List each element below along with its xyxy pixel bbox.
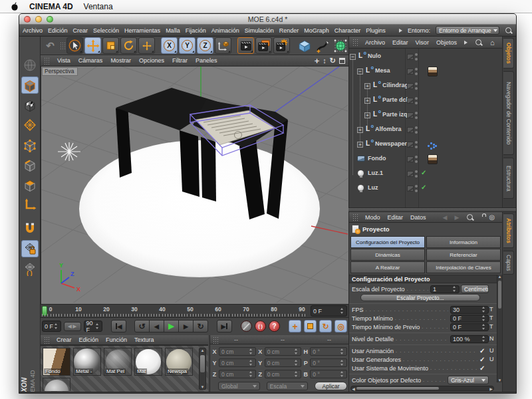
zoom-view-icon[interactable]: ↕ — [323, 57, 327, 65]
chevron-right-icon[interactable] — [464, 41, 467, 45]
lock-y-axis-button[interactable]: Y — [179, 37, 196, 54]
scrollbar-thumb[interactable] — [200, 355, 205, 372]
texture-tag[interactable] — [428, 154, 438, 164]
history-forward-icon[interactable]: ▶ — [454, 214, 459, 221]
dots-tag[interactable] — [428, 142, 437, 150]
menu-render[interactable]: Render — [279, 27, 299, 34]
timeline-ruler[interactable]: 0 10 20 30 40 50 60 70 80 90 0 F — [41, 304, 348, 318]
render-picture-viewer-button[interactable] — [255, 37, 272, 54]
usar-sistema-checkbox[interactable]: ✓ — [479, 364, 489, 372]
polygons-mode-button[interactable] — [21, 176, 39, 194]
attr-menu-modo[interactable]: Modo — [365, 214, 380, 221]
scroll-right-icon[interactable]: ▶ — [489, 386, 493, 391]
workplane-mode-button[interactable]: ( ) — [21, 260, 39, 277]
visibility-toggle[interactable] — [407, 83, 414, 89]
material-mat[interactable]: Mat — [134, 348, 162, 376]
scrollbar-thumb[interactable] — [356, 387, 439, 390]
scale-x-field[interactable]: 0 cm — [265, 347, 302, 356]
lock-z-axis-button[interactable]: Z — [197, 37, 213, 54]
expand-icon[interactable] — [357, 142, 363, 148]
toolbar-grip[interactable] — [60, 42, 65, 49]
om-menu-editar[interactable]: Editar — [392, 39, 408, 46]
panel-splitter[interactable] — [348, 207, 517, 212]
viewport-canvas[interactable]: Y X Z Perspectiva — [41, 66, 348, 304]
pos-z-field[interactable]: 0 cm — [219, 370, 256, 378]
expand-icon[interactable] — [357, 127, 363, 133]
coordinate-system-button[interactable] — [215, 37, 231, 54]
tab-interpolacion[interactable]: Interpolación de Claves — [426, 261, 501, 273]
coord-type-dropdown[interactable]: Escala — [267, 382, 309, 390]
range-start-field[interactable]: 0 F — [42, 321, 61, 332]
visibility-toggle[interactable] — [407, 98, 414, 104]
pos-x-field[interactable]: 0 cm — [219, 347, 256, 356]
texture-mode-button[interactable] — [21, 96, 39, 114]
record-disabled-button[interactable] — [241, 321, 252, 332]
menu-edicion[interactable]: Edición — [48, 27, 68, 34]
rot-b-field[interactable]: 0 ° — [310, 370, 347, 378]
maximize-view-icon[interactable] — [339, 58, 345, 64]
spinner-icon[interactable] — [54, 323, 59, 330]
menu-crear[interactable]: Crear — [73, 27, 88, 34]
rot-p-field[interactable]: 0 ° — [310, 358, 347, 367]
menu-fijacion[interactable]: Fijación — [186, 27, 206, 34]
escala-unit-dropdown[interactable]: Centímetros — [461, 285, 489, 293]
range-step-buttons[interactable]: ◀ ▶ — [64, 322, 81, 331]
rot-h-field[interactable]: 0 ° — [310, 347, 347, 356]
vp-menu-camaras[interactable]: Cámaras — [78, 57, 103, 64]
mat-menu-crear[interactable]: Crear — [57, 336, 72, 343]
camera-label[interactable]: Perspectiva — [42, 67, 78, 76]
scroll-up-icon[interactable]: ▲ — [497, 275, 502, 279]
material-newspa[interactable]: Newspa — [165, 348, 193, 376]
usar-animacion-checkbox[interactable]: ✓ — [479, 347, 489, 354]
attr-menu-datos[interactable]: Datos — [410, 214, 426, 221]
material-mat-pel[interactable]: Mat Pel — [104, 348, 132, 376]
render-view-button[interactable] — [237, 37, 254, 54]
coord-mode-dropdown[interactable]: Global — [218, 382, 260, 390]
scroll-down-icon[interactable]: ▼ — [497, 378, 502, 382]
visibility-toggle[interactable] — [407, 171, 414, 177]
vp-menu-paneles[interactable]: Paneles — [196, 57, 217, 64]
tiempo-minimo-field[interactable]: 0 F — [450, 315, 489, 323]
menu-seleccion[interactable]: Selección — [93, 27, 119, 34]
add-spline-button[interactable] — [314, 37, 331, 54]
scroll-left-icon[interactable]: ◀ — [351, 386, 356, 391]
tree-row-parte-izq[interactable]: Parte izq — [349, 108, 502, 123]
previous-frame-button[interactable]: ◀ — [149, 320, 164, 332]
attr-search-icon[interactable] — [466, 213, 474, 221]
window-titlebar[interactable]: MOE 6.c4d * — [19, 14, 516, 25]
attr-vscrollbar[interactable]: ▲ ▼ — [497, 275, 502, 382]
move-tool-button[interactable] — [84, 37, 101, 54]
key-rotation-toggle[interactable]: ↻ — [319, 320, 332, 332]
tree-row-luz1[interactable]: Luz.1 ✓ — [349, 167, 502, 182]
add-generator-button[interactable] — [332, 37, 348, 54]
scroll-up-icon[interactable]: ▲ — [200, 348, 205, 352]
visibility-toggle[interactable] — [407, 127, 414, 133]
material-partial[interactable] — [43, 378, 70, 391]
tab-navegador-contenido[interactable]: Navegador de Contenido — [503, 71, 514, 155]
goto-end-button[interactable]: ▶ — [217, 320, 232, 332]
current-frame-field[interactable]: 0 F — [311, 305, 347, 317]
rotate-view-icon[interactable]: ↻ — [330, 57, 336, 65]
visibility-toggle[interactable] — [407, 186, 414, 192]
points-mode-button[interactable] — [21, 136, 39, 154]
mat-menu-funcion[interactable]: Función — [106, 336, 127, 343]
menu-character[interactable]: Character — [334, 27, 361, 34]
play-forward-button[interactable]: ↻ — [193, 320, 208, 332]
enable-axis-button[interactable] — [21, 196, 39, 213]
viewport-grip[interactable] — [44, 57, 49, 65]
escala-field[interactable]: 1 — [430, 285, 460, 293]
menu-herramientas[interactable]: Herramientas — [124, 27, 160, 34]
menu-malla[interactable]: Malla — [166, 27, 180, 34]
uv-mesh-mode-button[interactable] — [21, 116, 39, 134]
history-back-icon[interactable]: ◀ — [443, 214, 448, 221]
tree-row-fondo[interactable]: Fondo — [349, 152, 502, 167]
range-end-field[interactable]: 90 F — [84, 321, 103, 332]
target-icon[interactable]: ◎ — [489, 213, 495, 221]
menu-mograph[interactable]: MoGraph — [304, 27, 329, 34]
edges-mode-button[interactable] — [21, 156, 39, 174]
material-grip[interactable] — [44, 336, 49, 344]
select-tool-button[interactable] — [66, 37, 83, 54]
vp-menu-filtrar[interactable]: Filtrar — [172, 57, 188, 64]
tab-a-realizar[interactable]: A Realizar — [350, 261, 425, 273]
om-menu-visor[interactable]: Visor — [416, 39, 429, 46]
